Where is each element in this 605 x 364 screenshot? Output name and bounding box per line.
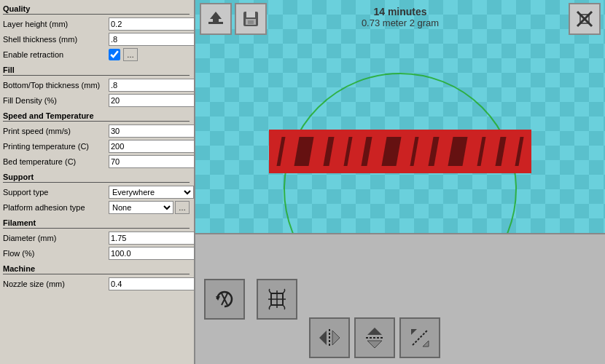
field-input-print_speed[interactable] bbox=[109, 124, 195, 138]
field-row-layer_height: Layer height (mm) bbox=[3, 17, 190, 31]
model-mark bbox=[448, 137, 468, 166]
field-select-platform_adhesion[interactable]: NoneBrimRaft bbox=[109, 201, 173, 214]
field-label-bottom_top_thickness: Bottom/Top thickness (mm) bbox=[3, 81, 109, 90]
section-title-machine: Machine bbox=[3, 264, 190, 274]
field-row-print_temp: Printing temperature (C) bbox=[3, 140, 190, 153]
field-row-fill_density: Fill Density (%)… bbox=[3, 94, 190, 107]
field-input-fill_density[interactable] bbox=[109, 94, 195, 107]
field-checkbox-enable_retraction[interactable] bbox=[109, 49, 120, 60]
model-mark bbox=[343, 137, 352, 166]
settings-panel: QualityLayer height (mm)Shell thickness … bbox=[0, 0, 195, 364]
rotate-button[interactable] bbox=[204, 279, 245, 320]
field-input-print_temp[interactable] bbox=[109, 140, 195, 153]
field-input-diameter[interactable] bbox=[109, 232, 195, 245]
model-mark bbox=[515, 137, 524, 166]
model-mark bbox=[381, 137, 401, 166]
model-mark bbox=[495, 137, 506, 166]
section-title-quality: Quality bbox=[3, 4, 190, 15]
field-label-print_temp: Printing temperature (C) bbox=[3, 142, 109, 151]
section-title-fill: Fill bbox=[3, 66, 190, 76]
field-label-support_type: Support type bbox=[3, 188, 109, 197]
viewport-tool-group bbox=[200, 3, 267, 35]
field-row-support_type: Support typeEverywhereTouching buildplat… bbox=[3, 186, 190, 199]
svg-rect-0 bbox=[208, 22, 223, 24]
field-label-shell_thickness: Shell thickness (mm) bbox=[3, 35, 109, 44]
model-mark bbox=[294, 137, 314, 166]
bottom-toolbar bbox=[195, 233, 605, 364]
field-label-nozzle_size: Nozzle size (mm) bbox=[3, 280, 109, 288]
model-body bbox=[269, 130, 531, 173]
field-label-bed_temp: Bed temperature (C) bbox=[3, 157, 109, 166]
model-mark bbox=[410, 137, 419, 166]
field-row-shell_thickness: Shell thickness (mm) bbox=[3, 33, 190, 46]
print-info: 14 minutes 0.73 meter 2 gram bbox=[362, 6, 439, 28]
section-title-filament: Filament bbox=[3, 218, 190, 229]
svg-marker-1 bbox=[210, 12, 222, 22]
field-input-layer_height[interactable] bbox=[109, 17, 195, 31]
section-title-speed_temp: Speed and Temperature bbox=[3, 111, 190, 122]
mirror-z-button[interactable] bbox=[399, 317, 440, 358]
field-input-shell_thickness[interactable] bbox=[109, 33, 195, 46]
svg-rect-5 bbox=[248, 20, 254, 24]
scale-button[interactable] bbox=[257, 279, 297, 320]
field-label-platform_adhesion: Platform adhesion type bbox=[3, 203, 109, 212]
3d-viewport[interactable]: 14 minutes 0.73 meter 2 gram bbox=[195, 0, 605, 233]
field-label-flow: Flow (%) bbox=[3, 249, 109, 258]
field-row-diameter: Diameter (mm) bbox=[3, 232, 190, 245]
field-row-nozzle_size: Nozzle size (mm) bbox=[3, 277, 190, 290]
field-row-platform_adhesion: Platform adhesion typeNoneBrimRaft… bbox=[3, 201, 190, 214]
field-label-print_speed: Print speed (mm/s) bbox=[3, 127, 109, 135]
field-label-enable_retraction: Enable retraction bbox=[3, 50, 109, 59]
field-input-flow[interactable] bbox=[109, 247, 195, 260]
svg-rect-3 bbox=[246, 12, 255, 17]
section-title-support: Support bbox=[3, 173, 190, 183]
model-mark bbox=[276, 137, 285, 166]
mirror-y-button[interactable] bbox=[354, 317, 395, 358]
model-mark bbox=[428, 137, 439, 166]
field-dots-platform_adhesion[interactable]: … bbox=[175, 201, 190, 214]
viewport-panel: 14 minutes 0.73 meter 2 gram bbox=[195, 0, 605, 364]
field-label-fill_density: Fill Density (%) bbox=[3, 96, 109, 105]
mirror-x-button[interactable] bbox=[309, 317, 350, 358]
field-row-flow: Flow (%) bbox=[3, 247, 190, 260]
field-row-bottom_top_thickness: Bottom/Top thickness (mm) bbox=[3, 79, 190, 92]
field-row-print_speed: Print speed (mm/s) bbox=[3, 124, 190, 138]
field-input-bed_temp[interactable] bbox=[109, 155, 195, 168]
model-mark bbox=[477, 137, 485, 166]
field-row-enable_retraction: Enable retraction… bbox=[3, 48, 190, 61]
field-input-bottom_top_thickness[interactable] bbox=[109, 79, 195, 92]
field-select-support_type[interactable]: EverywhereTouching buildplateNone bbox=[109, 186, 194, 199]
3d-model[interactable] bbox=[269, 116, 531, 175]
close-viewport-button[interactable] bbox=[569, 3, 601, 35]
field-dots-enable_retraction[interactable]: … bbox=[123, 48, 138, 61]
field-row-bed_temp: Bed temperature (C) bbox=[3, 155, 190, 168]
field-label-diameter: Diameter (mm) bbox=[3, 234, 109, 242]
field-input-nozzle_size[interactable] bbox=[109, 277, 195, 290]
field-label-layer_height: Layer height (mm) bbox=[3, 20, 109, 28]
print-material: 0.73 meter 2 gram bbox=[362, 17, 439, 28]
load-model-button[interactable] bbox=[200, 3, 232, 35]
model-mark bbox=[323, 137, 334, 166]
save-model-button[interactable] bbox=[235, 3, 267, 35]
print-time: 14 minutes bbox=[362, 6, 439, 17]
model-mark bbox=[362, 137, 372, 166]
